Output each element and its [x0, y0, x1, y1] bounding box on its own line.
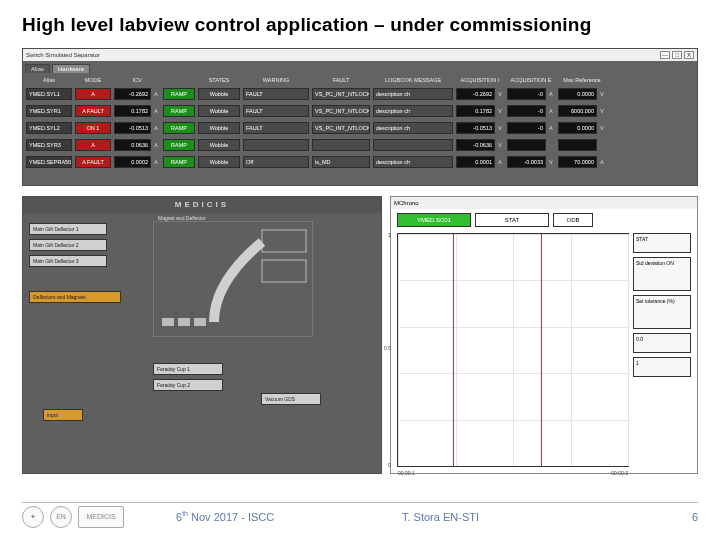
warn-cell: Off	[243, 156, 309, 168]
canvas-title: Magnet and Deflector	[158, 215, 206, 221]
grid-row: YMED.SEPRA5000-1A FAULT0.0002ARAMPWobble…	[23, 155, 697, 169]
minimize-icon[interactable]: —	[660, 51, 670, 59]
deflector-btn-3[interactable]: Main Gift Deflector 3	[29, 255, 107, 267]
fault-cell: is_MD	[312, 156, 370, 168]
tab-bar: Alias Hardware	[23, 61, 697, 73]
fault-cell: VS_PC_INT_NTLOCK ch_14	[312, 105, 370, 117]
log-cell: description ch	[373, 88, 453, 100]
icv-cell: -0.0513	[114, 122, 151, 134]
vacuum-gds[interactable]: Vacuum GDS	[261, 393, 321, 405]
mode-cell[interactable]: A	[75, 139, 111, 151]
diagram-window: MEDICIS Main Gift Deflector 1 Main Gift …	[22, 196, 382, 474]
maximize-icon[interactable]: □	[672, 51, 682, 59]
tab-alias[interactable]: Alias	[25, 64, 50, 73]
aq1-cell: -0.0636	[456, 139, 495, 151]
aq2-cell: -0.0033	[507, 156, 546, 168]
side-stat: STAT	[633, 233, 691, 253]
aq1-cell: -0.0513	[456, 122, 495, 134]
svg-rect-3	[178, 318, 190, 326]
footer-date: 6th Nov 2017 - ISCC	[176, 510, 274, 523]
log-cell: description ch	[373, 105, 453, 117]
state-cell: Wobble	[198, 105, 240, 117]
ramp-button[interactable]: RAMP	[163, 139, 195, 151]
ramp-button[interactable]: RAMP	[163, 122, 195, 134]
close-icon[interactable]: X	[684, 51, 694, 59]
aq2-cell: -0	[507, 122, 546, 134]
state-cell: Wobble	[198, 122, 240, 134]
stat-chip[interactable]: STAT	[475, 213, 549, 227]
state-cell: Wobble	[198, 156, 240, 168]
faraday-cup-1[interactable]: Faraday Cup 1	[153, 363, 223, 375]
max-cell: 0.0000	[558, 88, 597, 100]
beamline-diagram-icon	[154, 222, 314, 338]
log-cell: description ch	[373, 156, 453, 168]
icv-cell: 0.0636	[114, 139, 151, 151]
en-logo-icon: EN	[50, 506, 72, 528]
window-titlebar: Switch Simulated Separator — □ X	[23, 49, 697, 61]
alias-cell: YMED.SYL1	[26, 88, 72, 100]
svg-rect-2	[162, 318, 174, 326]
fault-cell: VS_PC_INT_NTLOCK ch_14	[312, 122, 370, 134]
mode-cell[interactable]: A FAULT	[75, 105, 111, 117]
faraday-cup-2[interactable]: Faraday Cup 2	[153, 379, 223, 391]
slide-footer: ✦ EN MEDICIS 6th Nov 2017 - ISCC T. Stor…	[22, 502, 698, 530]
icv-cell: 0.0002	[114, 156, 151, 168]
aq1-cell: 0.0001	[456, 156, 495, 168]
mode-cell[interactable]: A	[75, 88, 111, 100]
log-cell	[373, 139, 453, 151]
warn-cell: FAULT	[243, 122, 309, 134]
chart-window-title: MChrono	[394, 200, 419, 206]
mode-cell[interactable]: A FAULT	[75, 156, 111, 168]
alias-cell: YMED.SEPRA5000-1	[26, 156, 72, 168]
chart-plot: 1 0.5 0 00:00:1 00:00:3	[397, 233, 629, 467]
fault-cell	[312, 139, 370, 151]
side-val0: 0.0	[633, 333, 691, 353]
orange-deflectors-button[interactable]: Deflectors and Magnets	[29, 291, 121, 303]
grid-header: AliasMODEICVSTATESWARNINGFAULTLOGBOOK ME…	[23, 75, 697, 85]
ramp-button[interactable]: RAMP	[163, 105, 195, 117]
deflector-btn-2[interactable]: Main Gift Deflector 2	[29, 239, 107, 251]
svg-rect-4	[194, 318, 206, 326]
state-cell: Wobble	[198, 88, 240, 100]
log-cell: description ch	[373, 122, 453, 134]
icv-cell: 0.1782	[114, 105, 151, 117]
cern-logo-icon: ✦	[22, 506, 44, 528]
odb-chip[interactable]: ODB	[553, 213, 593, 227]
slide-title: High level labview control application –…	[22, 14, 698, 36]
icv-cell: -0.2692	[114, 88, 151, 100]
warn-cell: FAULT	[243, 88, 309, 100]
svg-rect-1	[262, 260, 306, 282]
alias-cell: YMED.SYR3	[26, 139, 72, 151]
mode-cell[interactable]: ON 1	[75, 122, 111, 134]
side-stddev: Std deviation ON	[633, 257, 691, 291]
diagram-canvas: Magnet and Deflector	[153, 221, 313, 337]
ramp-button[interactable]: RAMP	[163, 88, 195, 100]
fault-cell: VS_PC_INT_NTLOCK ch_14	[312, 88, 370, 100]
medicis-logo-icon: MEDICIS	[78, 506, 124, 528]
alias-cell: YMED.SYL2	[26, 122, 72, 134]
warn-cell: FAULT	[243, 105, 309, 117]
side-val1: 1	[633, 357, 691, 377]
max-cell: 0.0000	[558, 122, 597, 134]
aq1-cell: -0.2692	[456, 88, 495, 100]
grid-row: YMED.SYL2ON 1-0.0513ARAMPWobbleFAULTVS_P…	[23, 121, 697, 135]
chart-titlebar: MChrono	[391, 197, 697, 209]
aq1-cell: 0.1782	[456, 105, 495, 117]
grid-row: YMED.SYR1A FAULT0.1782ARAMPWobbleFAULTVS…	[23, 104, 697, 118]
control-grid-window: Switch Simulated Separator — □ X Alias H…	[22, 48, 698, 186]
max-cell: 70.0000	[558, 156, 597, 168]
deflector-btn-1[interactable]: Main Gift Deflector 1	[29, 223, 107, 235]
side-tol: Set tolerance (%)	[633, 295, 691, 329]
aq2-cell: -0	[507, 105, 546, 117]
grid-row: YMED.SYL1A-0.2692ARAMPWobbleFAULTVS_PC_I…	[23, 87, 697, 101]
svg-rect-0	[262, 230, 306, 252]
diagram-brand: MEDICIS	[23, 197, 381, 213]
orange-input-button[interactable]: input	[43, 409, 83, 421]
ramp-button[interactable]: RAMP	[163, 156, 195, 168]
window-title: Switch Simulated Separator	[26, 52, 100, 58]
warn-cell	[243, 139, 309, 151]
chart-window: MChrono YMED.SC01 STAT ODB 1 0.5 0 00:00…	[390, 196, 698, 474]
channel-chip[interactable]: YMED.SC01	[397, 213, 471, 227]
max-cell: 6000.000	[558, 105, 597, 117]
tab-hardware[interactable]: Hardware	[52, 64, 90, 73]
